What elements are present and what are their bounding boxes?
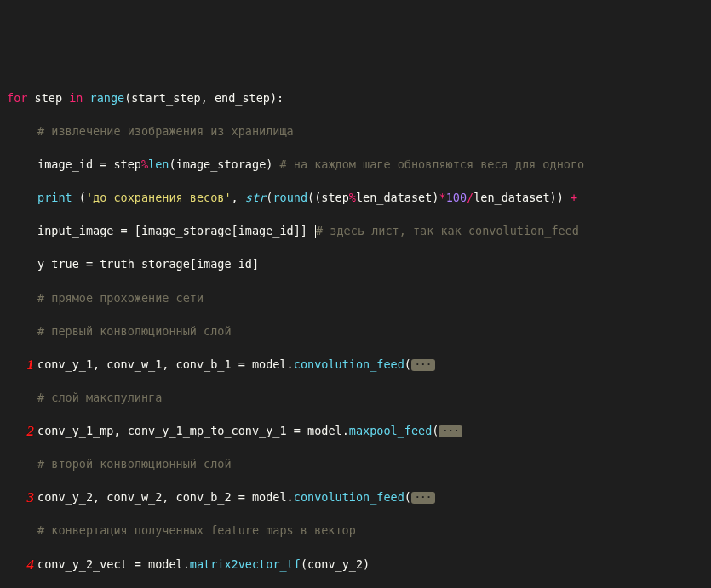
fn: matrix2vector_tf	[190, 557, 301, 571]
dot: .	[183, 557, 190, 571]
fn: maxpool_feed	[349, 424, 433, 437]
code-line: image_id = step%len(image_storage) # на …	[7, 157, 711, 174]
fn: convolution_feed	[294, 490, 404, 504]
op: =	[287, 424, 307, 437]
code-line: 1conv_y_1, conv_w_1, conv_b_1 = model.co…	[7, 357, 711, 374]
dot: .	[287, 490, 294, 504]
op: =	[93, 157, 113, 171]
code-line: 4conv_y_2_vect = model.matrix2vector_tf(…	[7, 557, 711, 574]
vars: conv_y_1, conv_w_1, conv_b_1	[37, 357, 232, 371]
args: ((step	[307, 191, 349, 204]
keyword-in: in	[69, 91, 83, 105]
code-line: # конвертация полученных feature maps в …	[7, 522, 711, 539]
comment: # здесь лист, так как convolution_feed	[316, 224, 586, 237]
expr: = truth_storage[image_id]	[79, 257, 259, 271]
fn-range: range	[90, 91, 125, 105]
code-line: for step in range(start_step, end_step):	[7, 90, 711, 107]
dot: .	[342, 424, 349, 437]
code-line: # извлечение изображения из хранилища	[7, 123, 711, 140]
fn-len: len	[148, 157, 169, 171]
var: model	[148, 557, 183, 571]
op: =	[232, 357, 252, 371]
comment: # слой макспулинга	[37, 391, 162, 404]
code-line: # второй конволюционный слой	[7, 456, 711, 473]
paren: (	[432, 424, 439, 437]
code-line: 3conv_y_2, conv_w_2, conv_b_2 = model.co…	[7, 489, 711, 506]
fn-str: str	[245, 191, 266, 204]
var: step	[113, 157, 141, 171]
expr: = [image_storage[image_id]]	[113, 224, 314, 237]
op: *	[439, 191, 446, 204]
code-line: 2conv_y_1_mp, conv_y_1_mp_to_conv_y_1 = …	[7, 423, 711, 440]
fold-icon[interactable]: ···	[411, 492, 435, 504]
args: (conv_y_2)	[301, 557, 370, 571]
fn-print: print	[37, 191, 72, 204]
fold-icon[interactable]: ···	[411, 359, 435, 371]
comment: # прямое прохожение сети	[37, 291, 204, 305]
comment: # извлечение изображения из хранилища	[37, 124, 294, 138]
dot: .	[287, 357, 294, 371]
var: step	[35, 91, 63, 105]
fold-icon[interactable]: ···	[439, 425, 462, 437]
var: input_image	[37, 224, 113, 237]
number: 100	[446, 191, 467, 204]
comma: ,	[232, 191, 245, 204]
code-line: # прямое прохожение сети	[7, 290, 711, 307]
code-line: print ('до сохранения весов', str(round(…	[7, 190, 711, 207]
code-block: for step in range(start_step, end_step):…	[7, 73, 711, 588]
var: model	[252, 357, 287, 371]
comment: # конвертация полученных feature maps в …	[37, 523, 356, 537]
fn: convolution_feed	[294, 357, 404, 371]
var: model	[252, 490, 287, 504]
var: y_true	[37, 257, 79, 271]
op: %	[141, 157, 148, 171]
paren: (	[404, 357, 411, 371]
args: (image_storage)	[169, 157, 272, 171]
var: model	[307, 424, 342, 437]
annotation-1: 1	[7, 355, 34, 376]
vars: conv_y_1_mp, conv_y_1_mp_to_conv_y_1	[37, 424, 287, 437]
op: +	[571, 191, 577, 204]
code-line: # слой макспулинга	[7, 390, 711, 407]
op: =	[128, 557, 148, 571]
annotation-4: 4	[7, 555, 34, 576]
paren: (	[72, 191, 86, 204]
paren: (	[404, 490, 411, 504]
code-line: y_true = truth_storage[image_id]	[7, 256, 711, 273]
args: (start_step, end_step):	[124, 91, 284, 105]
op: %	[349, 191, 356, 204]
var: len_dataset))	[473, 191, 571, 204]
op: /	[467, 191, 473, 204]
comment: # первый конволюционный слой	[37, 324, 232, 338]
annotation-3: 3	[7, 488, 34, 509]
string: 'до сохранения весов'	[86, 191, 232, 204]
var: len_dataset)	[356, 191, 439, 204]
annotation-2: 2	[7, 421, 34, 442]
code-line: input_image = [image_storage[image_id]] …	[7, 223, 711, 240]
op: =	[232, 490, 252, 504]
var: conv_y_2_vect	[37, 557, 128, 571]
comment: # второй конволюционный слой	[37, 457, 232, 471]
fn-round: round	[272, 191, 307, 204]
comment: # на каждом шаге обновляются веса для од…	[272, 157, 584, 171]
code-line: # первый конволюционный слой	[7, 323, 711, 340]
vars: conv_y_2, conv_w_2, conv_b_2	[37, 490, 232, 504]
var: image_id	[37, 157, 93, 171]
keyword-for: for	[7, 91, 27, 105]
